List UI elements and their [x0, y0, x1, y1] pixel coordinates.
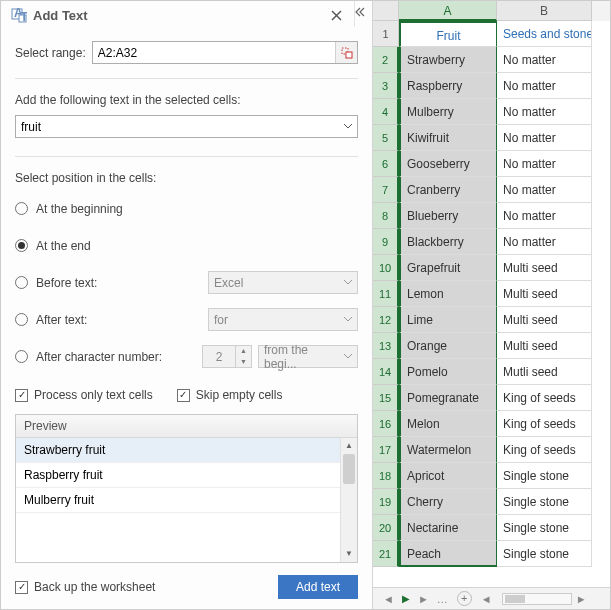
row-header[interactable]: 6 — [373, 151, 399, 177]
add-sheet-button[interactable]: + — [457, 591, 472, 606]
row-header[interactable]: 17 — [373, 437, 399, 463]
grid-row: 12LimeMulti seed — [373, 307, 610, 333]
cell-A[interactable]: Orange — [399, 333, 497, 359]
cell-A[interactable]: Blackberry — [399, 229, 497, 255]
add-text-button[interactable]: Add text — [278, 575, 358, 599]
cell-A[interactable]: Kiwifruit — [399, 125, 497, 151]
cell-B[interactable]: No matter — [497, 177, 592, 203]
row-header[interactable]: 1 — [373, 21, 399, 47]
select-all-corner[interactable] — [373, 1, 399, 21]
preview-row[interactable]: Raspberry fruit — [16, 463, 340, 488]
radio-at-beginning[interactable]: At the beginning — [15, 197, 358, 220]
collapse-pane-icon[interactable] — [354, 1, 372, 27]
cell-header-A[interactable]: Fruit — [399, 21, 497, 47]
check-backup[interactable] — [15, 581, 28, 594]
row-header[interactable]: 18 — [373, 463, 399, 489]
cell-A[interactable]: Peach — [399, 541, 497, 567]
cell-B[interactable]: King of seeds — [497, 437, 592, 463]
tab-list-menu[interactable]: … — [433, 593, 452, 605]
tab-nav-next[interactable]: ► — [414, 593, 433, 605]
header-row: 1 Fruit Seeds and stones — [373, 21, 610, 47]
cell-A[interactable]: Lime — [399, 307, 497, 333]
row-header[interactable]: 3 — [373, 73, 399, 99]
row-header[interactable]: 5 — [373, 125, 399, 151]
radio-at-end[interactable]: At the end — [15, 234, 358, 257]
cell-B[interactable]: Single stone — [497, 489, 592, 515]
add-text-pane: AT Add Text Select range: Add the follo — [1, 1, 373, 609]
row-header[interactable]: 21 — [373, 541, 399, 567]
cell-B[interactable]: No matter — [497, 125, 592, 151]
cell-B[interactable]: Single stone — [497, 463, 592, 489]
range-input[interactable] — [93, 42, 335, 63]
text-value-combo[interactable]: fruit — [15, 115, 358, 138]
row-header[interactable]: 16 — [373, 411, 399, 437]
cell-A[interactable]: Blueberry — [399, 203, 497, 229]
cell-B[interactable]: No matter — [497, 99, 592, 125]
cell-A[interactable]: Mulberry — [399, 99, 497, 125]
row-header[interactable]: 7 — [373, 177, 399, 203]
cell-A[interactable]: Cherry — [399, 489, 497, 515]
cell-header-B[interactable]: Seeds and stones — [497, 21, 592, 47]
col-header-A[interactable]: A — [399, 1, 497, 21]
text-value: fruit — [21, 120, 41, 134]
cell-B[interactable]: Multi seed — [497, 333, 592, 359]
tab-nav-active[interactable]: ▶ — [398, 593, 414, 604]
cell-A[interactable]: Strawberry — [399, 47, 497, 73]
check-process-text-cells[interactable] — [15, 389, 28, 402]
cell-A[interactable]: Watermelon — [399, 437, 497, 463]
radio-after-char-num[interactable]: After character number: 2 ▲▼ from the be… — [15, 345, 358, 368]
cell-A[interactable]: Pomelo — [399, 359, 497, 385]
cell-B[interactable]: No matter — [497, 229, 592, 255]
cell-B[interactable]: Multi seed — [497, 281, 592, 307]
col-header-B[interactable]: B — [497, 1, 592, 21]
cell-B[interactable]: King of seeds — [497, 411, 592, 437]
preview-row[interactable]: Mulberry fruit — [16, 488, 340, 513]
close-icon[interactable] — [327, 8, 346, 23]
cell-B[interactable]: Single stone — [497, 515, 592, 541]
grid-row: 11LemonMulti seed — [373, 281, 610, 307]
chevron-down-icon — [344, 354, 352, 359]
cell-A[interactable]: Nectarine — [399, 515, 497, 541]
hscroll-right[interactable]: ► — [572, 593, 591, 605]
check-skip-empty[interactable] — [177, 389, 190, 402]
hscroll-left[interactable]: ◄ — [477, 593, 496, 605]
cell-B[interactable]: No matter — [497, 47, 592, 73]
preview-row[interactable]: Strawberry fruit — [16, 438, 340, 463]
row-header[interactable]: 2 — [373, 47, 399, 73]
cell-A[interactable]: Apricot — [399, 463, 497, 489]
cell-B[interactable]: Multi seed — [497, 255, 592, 281]
row-header[interactable]: 15 — [373, 385, 399, 411]
row-header[interactable]: 8 — [373, 203, 399, 229]
row-header[interactable]: 13 — [373, 333, 399, 359]
cell-A[interactable]: Cranberry — [399, 177, 497, 203]
row-header[interactable]: 4 — [373, 99, 399, 125]
tab-nav-first[interactable]: ◄ — [379, 593, 398, 605]
radio-after-text[interactable]: After text: for — [15, 308, 358, 331]
preview-scrollbar[interactable]: ▲▼ — [340, 438, 357, 562]
grid-row: 5KiwifruitNo matter — [373, 125, 610, 151]
row-header[interactable]: 14 — [373, 359, 399, 385]
row-header[interactable]: 12 — [373, 307, 399, 333]
cell-B[interactable]: No matter — [497, 151, 592, 177]
cell-A[interactable]: Pomegranate — [399, 385, 497, 411]
radio-before-text[interactable]: Before text: Excel — [15, 271, 358, 294]
horizontal-scrollbar[interactable] — [502, 593, 572, 605]
cell-B[interactable]: No matter — [497, 73, 592, 99]
row-header[interactable]: 20 — [373, 515, 399, 541]
cell-A[interactable]: Melon — [399, 411, 497, 437]
range-picker-icon[interactable] — [335, 42, 357, 63]
cell-A[interactable]: Gooseberry — [399, 151, 497, 177]
row-header[interactable]: 10 — [373, 255, 399, 281]
cell-B[interactable]: King of seeds — [497, 385, 592, 411]
row-header[interactable]: 11 — [373, 281, 399, 307]
row-header[interactable]: 9 — [373, 229, 399, 255]
cell-B[interactable]: Single stone — [497, 541, 592, 567]
row-header[interactable]: 19 — [373, 489, 399, 515]
cell-B[interactable]: Mutli seed — [497, 359, 592, 385]
cell-A[interactable]: Lemon — [399, 281, 497, 307]
cell-A[interactable]: Raspberry — [399, 73, 497, 99]
cell-B[interactable]: Multi seed — [497, 307, 592, 333]
chevron-down-icon — [344, 317, 352, 322]
cell-B[interactable]: No matter — [497, 203, 592, 229]
cell-A[interactable]: Grapefruit — [399, 255, 497, 281]
